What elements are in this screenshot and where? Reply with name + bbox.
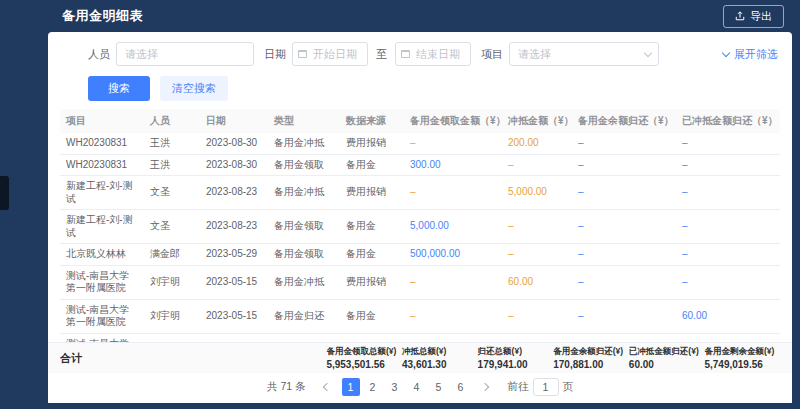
pagination-bar: 共 71 条 123456 前往 页 [48,373,792,403]
clear-search-button[interactable]: 清空搜索 [160,76,228,101]
table-cell: – [404,299,502,333]
table-cell: – [404,265,502,299]
prev-page-button[interactable] [318,378,336,396]
table-cell: 2023-05-15 [200,265,268,299]
table-cell: 满金郎 [144,244,200,266]
side-drawer-handle[interactable] [0,176,9,210]
column-header-label: 备用金领取金额（¥） [410,115,502,126]
table-cell: 新建工程-刘-测试 [60,176,144,210]
table-cell: 邵梦泽 [144,333,200,342]
filter-bar: 人员 日期 至 项目 展开筛选 [48,32,792,72]
column-header-label: 日期 [206,115,226,126]
summary-item: 备用金余额归还(¥)170,881.00 [553,346,629,370]
date-filter: 日期 至 [264,42,471,66]
table-cell: – [676,265,780,299]
goto-page-input[interactable] [533,378,559,396]
person-select-input[interactable] [116,42,254,66]
table-row[interactable]: 测试-南昌大学第一附属医院邵梦泽2023-04-20备用金领取备用金500.00… [60,333,780,342]
table-cell: 备用金领取 [268,244,340,266]
table-cell: – [572,154,676,176]
table-cell: 2023-08-23 [200,176,268,210]
table-cell: 新建工程-刘-测试 [60,210,144,244]
table-cell: – [676,210,780,244]
column-header[interactable]: 备用金余额归还（¥） [572,109,676,133]
summary-total-label: 合计 [60,351,326,366]
chevron-right-icon [480,383,488,391]
column-header: 类型 [268,109,340,133]
table-row[interactable]: 测试-南昌大学第一附属医院刘宇明2023-05-15备用金冲抵费用报销–60.0… [60,265,780,299]
expand-filters-link[interactable]: 展开筛选 [723,47,778,62]
goto-suffix: 页 [563,380,574,394]
table-cell: 刘宇明 [144,299,200,333]
table-cell: – [572,299,676,333]
page-button[interactable]: 6 [452,378,470,396]
page-button[interactable]: 5 [430,378,448,396]
table-cell: – [404,176,502,210]
goto-page-group: 前往 页 [508,378,574,396]
table-cell: – [502,244,572,266]
table-row[interactable]: 新建工程-刘-测试文圣2023-08-23备用金领取备用金5,000.00––– [60,210,780,244]
table-header-row: 项目人员日期类型数据来源备用金领取金额（¥）冲抵金额（¥）备用金余额归还（¥）已… [60,109,780,133]
column-header-label: 类型 [274,115,294,126]
table-cell: 备用金 [340,299,404,333]
column-header: 项目 [60,109,144,133]
page-button[interactable]: 2 [364,378,382,396]
summary-item-value: 60.00 [629,359,705,370]
summary-item: 归还总额(¥)179,941.00 [478,346,554,370]
summary-item-value: 179,941.00 [478,359,554,370]
page-header: 备用金明细表 导出 [48,0,800,32]
column-header[interactable]: 已冲抵金额归还（¥） [676,109,780,133]
table-cell: – [572,333,676,342]
table-cell: 备用金领取 [268,210,340,244]
table-cell: 文圣 [144,210,200,244]
table-cell: – [502,333,572,342]
export-label: 导出 [750,9,772,24]
table-cell: 500,000.00 [404,244,502,266]
date-range-separator: 至 [376,47,387,62]
table-row[interactable]: 新建工程-刘-测试文圣2023-08-23备用金冲抵费用报销–5,000.00–… [60,176,780,210]
table-cell: 刘宇明 [144,265,200,299]
table-cell: – [502,154,572,176]
table-cell: 文圣 [144,176,200,210]
summary-item-value: 43,601.30 [402,359,478,370]
table-cell: – [404,133,502,154]
export-button[interactable]: 导出 [723,5,784,28]
table-row[interactable]: WH20230831王洪2023-08-30备用金领取备用金300.00––– [60,154,780,176]
table-cell: 备用金 [340,154,404,176]
column-header[interactable]: 备用金领取金额（¥） [404,109,502,133]
summary-item-value: 5,749,019.56 [704,359,780,370]
expand-filters-label: 展开筛选 [734,47,778,62]
table-row[interactable]: 测试-南昌大学第一附属医院刘宇明2023-05-15备用金归还备用金–––60.… [60,299,780,333]
next-page-button[interactable] [476,378,494,396]
summary-item-value: 5,953,501.56 [326,359,402,370]
table-cell: – [572,176,676,210]
project-filter: 项目 [481,42,659,66]
column-header-label: 项目 [66,115,86,126]
column-header[interactable]: 冲抵金额（¥） [502,109,572,133]
table-row[interactable]: 北京既义林林满金郎2023-05-29备用金领取备用金500,000.00––– [60,244,780,266]
summary-item-label: 归还总额(¥) [478,346,554,358]
page-button[interactable]: 1 [342,378,360,396]
page-button[interactable]: 4 [408,378,426,396]
page-button[interactable]: 3 [386,378,404,396]
total-count-text: 共 71 条 [267,380,306,394]
table-cell: – [502,210,572,244]
search-button[interactable]: 搜索 [88,76,150,101]
calendar-icon [401,50,410,58]
column-header-label: 数据来源 [346,115,386,126]
column-header-label: 人员 [150,115,170,126]
goto-label: 前往 [508,380,529,394]
person-filter: 人员 [88,42,254,66]
table-cell: 2023-04-20 [200,333,268,342]
person-filter-label: 人员 [88,47,110,62]
summary-items: 备用金领取总额(¥)5,953,501.56冲抵总额(¥)43,601.30归还… [326,346,780,370]
table-row[interactable]: WH20230831王洪2023-08-30备用金冲抵费用报销–200.00–– [60,133,780,154]
chevron-left-icon [322,383,330,391]
summary-item-label: 备用金剩余金额(¥) [704,346,780,358]
table-cell: 王洪 [144,133,200,154]
action-bar: 搜索 清空搜索 [48,72,792,109]
table-cell: 备用金冲抵 [268,133,340,154]
project-select-input[interactable] [509,42,659,66]
column-header: 数据来源 [340,109,404,133]
table-cell: 2023-08-23 [200,210,268,244]
